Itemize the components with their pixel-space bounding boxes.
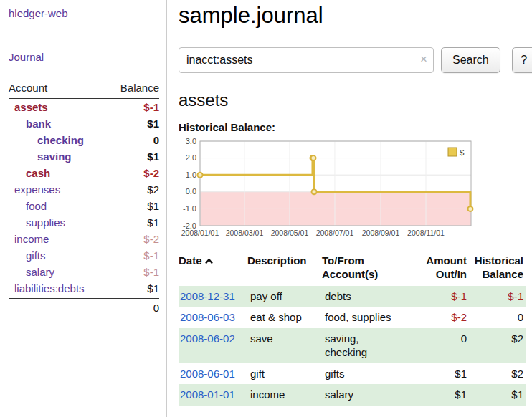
account-row: saving$1 (9, 148, 159, 165)
transaction-date-link[interactable]: 2008-06-02 (180, 332, 235, 345)
transaction-description: eat & shop (247, 307, 322, 328)
register-col-account: To/From Account(s) (322, 253, 412, 286)
account-link[interactable]: gifts (9, 249, 46, 262)
account-link[interactable]: bank (9, 118, 51, 130)
account-balance: $-2 (143, 167, 159, 179)
accounts-col-balance: Balance (120, 82, 159, 94)
svg-text:2008/07/01: 2008/07/01 (316, 229, 354, 237)
register-col-balance: Historical Balance (470, 253, 526, 286)
account-balance: $-1 (143, 249, 159, 262)
main-content: sample.journal × Search ? assets Histori… (167, 0, 532, 417)
transaction-description: save (247, 328, 322, 363)
account-row: assets$-1 (9, 99, 159, 115)
register-table: Date Description To/From Account(s) Amou… (179, 253, 526, 406)
svg-text:2008/09/01: 2008/09/01 (362, 229, 400, 237)
account-balance: $-1 (143, 266, 159, 278)
transaction-description: income (247, 384, 322, 406)
transaction-accounts: gifts (322, 363, 412, 385)
account-link[interactable]: income (9, 233, 49, 245)
svg-text:2008/03/01: 2008/03/01 (226, 229, 264, 237)
transaction-accounts: food, supplies (322, 307, 412, 328)
transaction-accounts: saving, checking (322, 328, 412, 363)
account-row: income$-2 (9, 231, 159, 247)
search-input[interactable] (179, 47, 434, 73)
account-row: food$1 (9, 198, 159, 214)
transaction-amount: $-2 (412, 307, 470, 328)
svg-text:2008/01/01: 2008/01/01 (181, 229, 219, 237)
account-balance: $1 (147, 118, 159, 130)
clear-search-icon[interactable]: × (420, 52, 427, 67)
svg-text:0.0: 0.0 (186, 187, 196, 196)
register-row: 2008-06-03eat & shopfood, supplies$-20 (179, 307, 526, 328)
svg-text:2.0: 2.0 (186, 153, 196, 162)
transaction-historical-balance: $1 (470, 384, 526, 406)
account-row: expenses$2 (9, 181, 159, 198)
account-balance: $2 (147, 183, 159, 196)
transaction-amount: $1 (412, 363, 470, 385)
accounts-total-row: 0 (9, 297, 159, 317)
account-row: supplies$1 (9, 214, 159, 231)
transaction-date-link[interactable]: 2008-06-01 (180, 368, 235, 380)
transaction-description: gift (247, 363, 322, 385)
account-row: checking0 (9, 132, 159, 148)
transaction-amount: 0 (412, 328, 470, 363)
transaction-amount: $1 (412, 384, 470, 406)
transaction-historical-balance: $2 (470, 328, 526, 363)
transaction-accounts: debts (322, 286, 412, 307)
account-link[interactable]: assets (9, 101, 48, 113)
account-balance: $-2 (143, 233, 159, 245)
accounts-total-value: 0 (153, 302, 159, 314)
search-button[interactable]: Search (441, 47, 500, 73)
help-button[interactable]: ? (512, 47, 532, 73)
register-col-amount: Amount Out/In (412, 253, 470, 286)
sidebar-item-journal[interactable]: Journal (9, 51, 44, 63)
transaction-historical-balance: $-1 (470, 286, 526, 307)
account-link[interactable]: salary (9, 266, 54, 278)
transaction-date-link[interactable]: 2008-06-03 (180, 311, 235, 323)
register-row: 2008-01-01incomesalary$1$1 (179, 384, 526, 406)
register-row: 2008-12-31pay offdebts$-1$-1 (179, 286, 526, 307)
svg-text:3.0: 3.0 (186, 137, 196, 145)
account-link[interactable]: cash (9, 167, 50, 179)
page-title: sample.journal (179, 3, 532, 29)
register-row: 2008-06-02savesaving, checking0$2 (179, 328, 526, 363)
svg-text:-1.0: -1.0 (183, 204, 196, 213)
svg-text:$: $ (460, 148, 465, 157)
svg-text:2008/11/01: 2008/11/01 (407, 229, 445, 237)
transaction-historical-balance: 0 (470, 307, 526, 328)
account-link[interactable]: liabilities:debts (9, 282, 85, 294)
transaction-date-link[interactable]: 2008-01-01 (180, 388, 235, 401)
register-row: 2008-06-01giftgifts$1$2 (179, 363, 526, 385)
account-row: liabilities:debts$1 (9, 280, 159, 297)
account-balance: $-1 (143, 101, 159, 113)
accounts-table: Account Balance assets$-1bank$1checking0… (9, 79, 159, 317)
account-link[interactable]: checking (9, 134, 84, 146)
accounts-rows: assets$-1bank$1checking0saving$1cash$-2e… (9, 99, 159, 297)
accounts-col-account: Account (9, 82, 47, 94)
account-balance: $1 (147, 150, 159, 163)
transaction-date-link[interactable]: 2008-12-31 (180, 290, 235, 302)
register-header-row: Date Description To/From Account(s) Amou… (179, 253, 526, 286)
search-bar: × Search ? (179, 47, 532, 73)
account-link[interactable]: food (9, 200, 47, 212)
account-row: salary$-1 (9, 264, 159, 280)
app-title-link[interactable]: hledger-web (9, 7, 159, 19)
account-heading: assets (179, 90, 532, 110)
account-link[interactable]: expenses (9, 183, 60, 196)
account-balance: $1 (147, 200, 159, 212)
account-balance: $1 (147, 216, 159, 229)
account-link[interactable]: saving (9, 150, 72, 163)
account-link[interactable]: supplies (9, 216, 65, 229)
account-row: bank$1 (9, 115, 159, 132)
register-col-date[interactable]: Date (179, 253, 247, 286)
sort-ascending-icon (204, 254, 214, 268)
account-balance: 0 (153, 134, 159, 146)
svg-text:1.0: 1.0 (186, 171, 196, 179)
historical-balance-chart: 3.02.01.00.0-1.0-2.02008/01/012008/03/01… (179, 137, 475, 241)
chart-title: Historical Balance: (179, 121, 532, 133)
transaction-amount: $-1 (412, 286, 470, 307)
account-balance: $1 (147, 282, 159, 294)
sidebar: hledger-web Journal Account Balance asse… (0, 0, 167, 417)
account-row: gifts$-1 (9, 247, 159, 264)
accounts-table-header: Account Balance (9, 79, 159, 99)
